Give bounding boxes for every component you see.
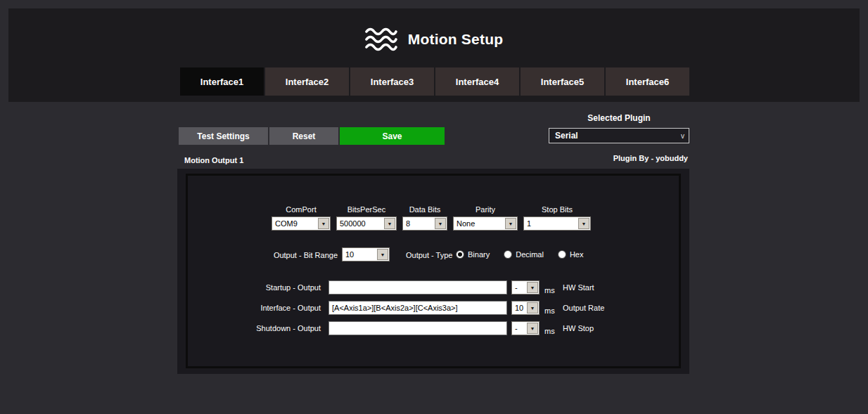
tab-interface1[interactable]: Interface1 [180, 67, 264, 96]
databits-value: 8 [403, 217, 434, 230]
chevron-down-icon: ▼ [527, 282, 538, 293]
plugin-select[interactable]: Serial v [549, 128, 689, 143]
output-rate-select[interactable]: 10 ▼ [511, 301, 540, 315]
chevron-down-icon: ▼ [377, 249, 388, 260]
top-banner: Motion Setup Interface1 Interface2 Inter… [8, 8, 860, 102]
bit-range-value: 10 [343, 248, 376, 261]
databits-label: Data Bits [397, 205, 453, 214]
tab-interface5[interactable]: Interface5 [521, 67, 604, 96]
startup-output-label: Startup - Output [222, 283, 321, 292]
startup-ms-label: ms [544, 286, 555, 295]
selected-plugin-label: Selected Plugin [549, 113, 689, 123]
comport-label: ComPort [273, 205, 329, 214]
stopbits-value: 1 [524, 217, 577, 230]
radio-hex-label: Hex [570, 250, 584, 259]
radio-option-binary[interactable]: Binary [456, 250, 490, 259]
interface-tabbar: Interface1 Interface2 Interface3 Interfa… [180, 67, 689, 96]
bitspersec-select[interactable]: 500000 ▼ [336, 216, 397, 231]
bit-range-label: Output - Bit Range [248, 251, 338, 259]
shutdown-output-input[interactable] [328, 321, 507, 335]
interface-output-label: Interface - Output [222, 304, 321, 312]
startup-rate-value: - [512, 281, 526, 294]
chevron-down-icon: ▼ [578, 218, 589, 229]
app-title: Motion Setup [408, 31, 503, 48]
startup-output-input[interactable] [328, 280, 507, 295]
output-type-radio-group: Binary Decimal Hex [456, 247, 583, 261]
chevron-down-icon: ▼ [318, 218, 329, 229]
shutdown-rate-select[interactable]: - ▼ [511, 321, 540, 335]
chevron-down-icon: ▼ [435, 218, 446, 229]
stopbits-label: Stop Bits [529, 205, 585, 214]
interface-output-input[interactable] [328, 301, 507, 315]
tab-interface4[interactable]: Interface4 [435, 67, 519, 96]
radio-decimal[interactable] [504, 250, 512, 259]
interface-ms-label: ms [544, 306, 555, 315]
shutdown-ms-label: ms [544, 327, 555, 335]
chevron-down-icon: v [681, 132, 689, 140]
parity-value: None [454, 217, 504, 230]
radio-decimal-label: Decimal [516, 250, 544, 259]
shutdown-rate-value: - [512, 322, 526, 335]
hw-stop-label: HW Stop [563, 324, 594, 332]
motion-output-panel: ComPort BitsPerSec Data Bits Parity Stop… [177, 169, 689, 374]
plugin-select-value: Serial [549, 131, 681, 141]
comport-value: COM9 [272, 217, 317, 230]
chevron-down-icon: ▼ [527, 323, 538, 334]
motion-setup-window: Motion Setup Interface1 Interface2 Inter… [0, 0, 868, 414]
tab-interface3[interactable]: Interface3 [350, 67, 434, 96]
hw-start-label: HW Start [563, 283, 594, 292]
panel-inner-border [186, 174, 681, 368]
chevron-down-icon: ▼ [527, 302, 538, 313]
comport-select[interactable]: COM9 ▼ [272, 216, 331, 231]
output-type-label: Output - Type [406, 251, 452, 259]
save-button[interactable]: Save [340, 127, 445, 145]
tab-interface6[interactable]: Interface6 [606, 67, 689, 96]
test-settings-button[interactable]: Test Settings [179, 127, 268, 145]
output-rate-value: 10 [512, 302, 526, 314]
output-rate-label: Output Rate [563, 304, 604, 312]
bitspersec-value: 500000 [337, 217, 383, 230]
shutdown-output-label: Shutdown - Output [222, 324, 321, 332]
radio-binary-label: Binary [468, 250, 490, 259]
app-brand: Motion Setup [8, 27, 860, 52]
radio-option-hex[interactable]: Hex [558, 250, 584, 259]
radio-hex[interactable] [558, 250, 566, 259]
startup-rate-select[interactable]: - ▼ [511, 280, 540, 295]
chevron-down-icon: ▼ [505, 218, 516, 229]
waves-icon [365, 27, 397, 52]
radio-binary[interactable] [456, 250, 464, 259]
bitspersec-label: BitsPerSec [338, 205, 395, 214]
radio-option-decimal[interactable]: Decimal [504, 250, 544, 259]
parity-select[interactable]: None ▼ [453, 216, 518, 231]
stopbits-select[interactable]: 1 ▼ [523, 216, 591, 231]
motion-output-title: Motion Output 1 [184, 156, 243, 164]
bit-range-select[interactable]: 10 ▼ [342, 247, 390, 261]
chevron-down-icon: ▼ [384, 218, 395, 229]
plugin-by-label: Plugin By - yobuddy [535, 154, 688, 162]
parity-label: Parity [457, 205, 513, 214]
tab-interface2[interactable]: Interface2 [265, 67, 349, 96]
databits-select[interactable]: 8 ▼ [402, 216, 447, 231]
reset-button[interactable]: Reset [269, 127, 338, 145]
